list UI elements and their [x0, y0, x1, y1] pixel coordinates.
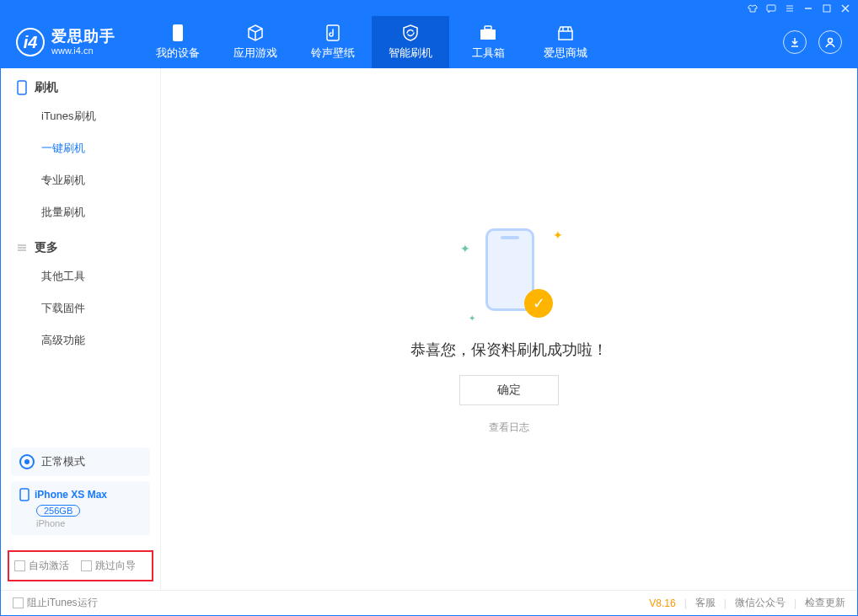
checkbox-icon — [81, 560, 92, 571]
checkbox-row: 自动激活 跳过向导 — [8, 550, 153, 581]
header: i4 爱思助手 www.i4.cn 我的设备 应用游戏 铃声壁纸 智能刷机 工具… — [1, 16, 857, 68]
success-illustration: ✦ ✦ ✦ ✓ — [450, 223, 568, 324]
footer-link-wechat[interactable]: 微信公众号 — [735, 596, 786, 610]
user-button[interactable] — [818, 30, 842, 54]
music-file-icon — [324, 24, 342, 42]
sidebar-item-itunes-flash[interactable]: iTunes刷机 — [1, 100, 160, 132]
svg-point-13 — [829, 39, 833, 43]
download-button[interactable] — [783, 30, 807, 54]
checkbox-skip-guide[interactable]: 跳过向导 — [81, 559, 136, 573]
toolbox-icon — [479, 24, 497, 42]
logo-badge-icon: i4 — [16, 28, 45, 56]
list-icon — [16, 242, 28, 254]
app-name: 爱思助手 — [51, 29, 115, 46]
group-label: 刷机 — [35, 80, 58, 95]
sidebar-group-flash: 刷机 — [1, 68, 160, 100]
menu-icon[interactable] — [785, 3, 795, 13]
svg-rect-18 — [20, 489, 29, 501]
sidebar-item-other-tools[interactable]: 其他工具 — [1, 260, 160, 292]
app-logo[interactable]: i4 爱思助手 www.i4.cn — [16, 28, 115, 56]
device-card[interactable]: iPhone XS Max 256GB iPhone — [11, 481, 150, 535]
tab-label: 爱思商城 — [544, 46, 587, 61]
tab-ringtones[interactable]: 铃声壁纸 — [294, 16, 372, 68]
svg-rect-0 — [767, 5, 775, 11]
phone-icon — [19, 488, 29, 501]
checkbox-auto-activate[interactable]: 自动激活 — [14, 559, 69, 573]
checkbox-icon — [13, 597, 24, 608]
ok-button[interactable]: 确定 — [459, 375, 559, 405]
tab-label: 智能刷机 — [389, 46, 432, 61]
checkbox-block-itunes[interactable]: 阻止iTunes运行 — [13, 596, 98, 610]
titlebar — [1, 1, 857, 16]
svg-rect-8 — [173, 24, 183, 41]
footer-link-update[interactable]: 检查更新 — [805, 596, 845, 610]
maximize-icon[interactable] — [822, 3, 832, 13]
tab-store[interactable]: 爱思商城 — [527, 16, 604, 68]
success-message: 恭喜您，保资料刷机成功啦！ — [410, 340, 608, 360]
tab-label: 铃声壁纸 — [311, 46, 355, 61]
footer: 阻止iTunes运行 V8.16 | 客服 | 微信公众号 | 检查更新 — [1, 590, 857, 615]
device-type: iPhone — [36, 518, 142, 528]
tab-my-device[interactable]: 我的设备 — [139, 16, 217, 68]
svg-rect-12 — [559, 31, 572, 40]
main-content: ✦ ✦ ✦ ✓ 恭喜您，保资料刷机成功啦！ 确定 查看日志 — [161, 68, 857, 590]
sidebar-item-download-firmware[interactable]: 下载固件 — [1, 292, 160, 324]
tab-toolbox[interactable]: 工具箱 — [449, 16, 527, 68]
svg-rect-14 — [18, 81, 26, 94]
footer-link-service[interactable]: 客服 — [695, 596, 716, 610]
checkmark-badge-icon: ✓ — [524, 289, 553, 318]
checkbox-icon — [14, 560, 25, 571]
tshirt-icon[interactable] — [748, 3, 758, 13]
mode-label: 正常模式 — [41, 454, 85, 469]
sidebar-item-one-click-flash[interactable]: 一键刷机 — [1, 132, 160, 164]
svg-rect-5 — [823, 5, 830, 12]
close-icon[interactable] — [840, 3, 850, 13]
view-log-link[interactable]: 查看日志 — [489, 420, 529, 435]
sparkle-icon: ✦ — [469, 313, 475, 323]
app-url: www.i4.cn — [51, 46, 115, 56]
svg-rect-11 — [485, 26, 491, 29]
mode-card[interactable]: 正常模式 — [11, 447, 150, 476]
sidebar-item-pro-flash[interactable]: 专业刷机 — [1, 164, 160, 196]
phone-icon — [16, 80, 28, 95]
tab-label: 应用游戏 — [233, 46, 277, 61]
version-label: V8.16 — [649, 597, 675, 609]
group-label: 更多 — [35, 240, 58, 255]
main-tabs: 我的设备 应用游戏 铃声壁纸 智能刷机 工具箱 爱思商城 — [139, 16, 604, 68]
device-capacity: 256GB — [36, 505, 80, 517]
shield-refresh-icon — [401, 24, 420, 42]
sparkle-icon: ✦ — [553, 228, 563, 242]
tab-label: 工具箱 — [472, 46, 505, 61]
sidebar: 刷机 iTunes刷机 一键刷机 专业刷机 批量刷机 更多 其他工具 下载固件 … — [1, 68, 161, 590]
minimize-icon[interactable] — [803, 3, 813, 13]
feedback-icon[interactable] — [766, 3, 776, 13]
device-icon — [169, 24, 187, 42]
sidebar-group-more: 更多 — [1, 228, 160, 260]
mode-icon — [19, 454, 35, 469]
tab-label: 我的设备 — [156, 46, 200, 61]
tab-flash[interactable]: 智能刷机 — [372, 16, 449, 68]
tab-apps[interactable]: 应用游戏 — [217, 16, 294, 68]
device-name: iPhone XS Max — [35, 489, 107, 501]
cube-icon — [246, 24, 265, 42]
store-icon — [556, 24, 575, 42]
sidebar-item-advanced[interactable]: 高级功能 — [1, 324, 160, 356]
sparkle-icon: ✦ — [460, 242, 470, 255]
sidebar-item-batch-flash[interactable]: 批量刷机 — [1, 196, 160, 228]
svg-rect-10 — [480, 29, 496, 40]
